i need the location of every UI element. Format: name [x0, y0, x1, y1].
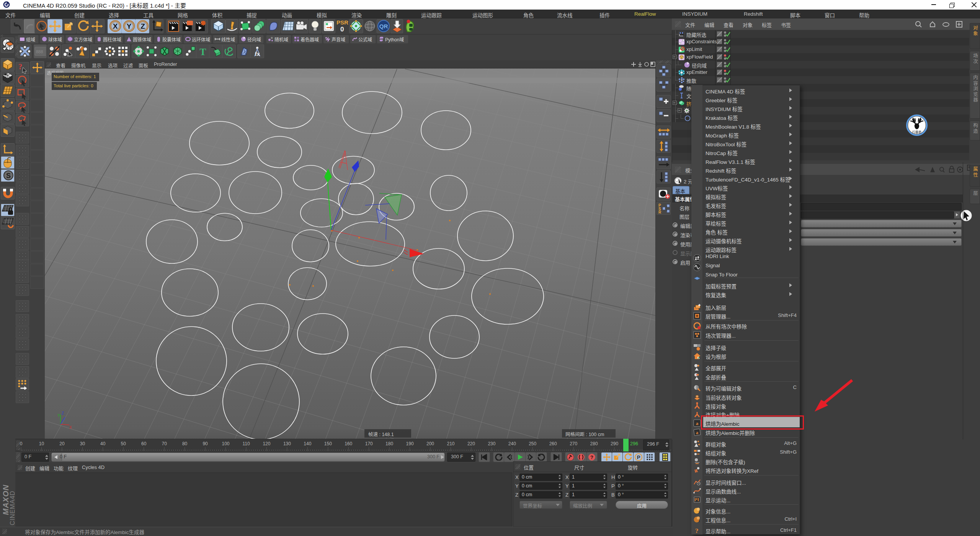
- svg-text:240: 240: [508, 441, 516, 446]
- svg-text:100: 100: [222, 441, 229, 446]
- svg-text:Z: Z: [62, 411, 64, 415]
- svg-text:170: 170: [365, 441, 373, 446]
- svg-text:Z: Z: [140, 22, 145, 30]
- svg-text:230: 230: [488, 441, 495, 446]
- svg-text:S: S: [6, 172, 11, 180]
- svg-text:PSR: PSR: [336, 19, 348, 26]
- svg-text:220: 220: [467, 441, 475, 446]
- svg-text:0: 0: [340, 26, 344, 33]
- svg-text:0: 0: [20, 441, 23, 446]
- svg-text:190: 190: [406, 441, 414, 446]
- svg-text:R: R: [658, 210, 662, 214]
- svg-text:80: 80: [182, 441, 188, 446]
- svg-text:888: 888: [36, 49, 43, 54]
- svg-text:110: 110: [242, 441, 250, 446]
- svg-text:T: T: [199, 46, 206, 57]
- svg-text:i: i: [699, 518, 700, 523]
- svg-text:a: a: [696, 420, 699, 426]
- svg-text:i: i: [699, 510, 700, 514]
- svg-text:QR: QR: [379, 23, 388, 29]
- svg-text:30: 30: [80, 441, 85, 446]
- svg-text:260: 260: [549, 441, 557, 446]
- svg-text:10: 10: [39, 441, 44, 446]
- svg-text:130: 130: [283, 441, 291, 446]
- svg-text:280: 280: [590, 441, 598, 446]
- svg-text:40: 40: [100, 441, 106, 446]
- svg-text:160: 160: [345, 441, 352, 446]
- svg-text:60: 60: [141, 441, 147, 446]
- svg-text:X: X: [69, 425, 72, 430]
- svg-text:270: 270: [570, 441, 577, 446]
- svg-text:?: ?: [590, 454, 593, 460]
- svg-text:?: ?: [18, 62, 22, 71]
- svg-text:250: 250: [529, 441, 536, 446]
- svg-text:X: X: [113, 22, 118, 30]
- svg-text:P: P: [637, 454, 640, 460]
- svg-text:fx: fx: [255, 51, 260, 57]
- svg-text:20: 20: [59, 441, 65, 446]
- svg-text:140: 140: [304, 441, 311, 446]
- svg-text:210: 210: [447, 441, 454, 446]
- svg-text:a: a: [696, 430, 698, 435]
- svg-text:Y: Y: [57, 413, 60, 418]
- svg-text:90: 90: [203, 441, 208, 446]
- svg-text:150: 150: [324, 441, 332, 446]
- svg-text:290: 290: [611, 441, 618, 446]
- svg-text:行鹿君: 行鹿君: [912, 130, 921, 134]
- svg-text:50: 50: [121, 441, 126, 446]
- svg-text:?: ?: [695, 527, 699, 534]
- svg-text:180: 180: [385, 441, 393, 446]
- svg-text:120: 120: [263, 441, 270, 446]
- svg-text:296: 296: [630, 441, 638, 446]
- svg-text:70: 70: [162, 441, 167, 446]
- svg-text:200: 200: [426, 441, 434, 446]
- svg-text:Y: Y: [127, 22, 132, 30]
